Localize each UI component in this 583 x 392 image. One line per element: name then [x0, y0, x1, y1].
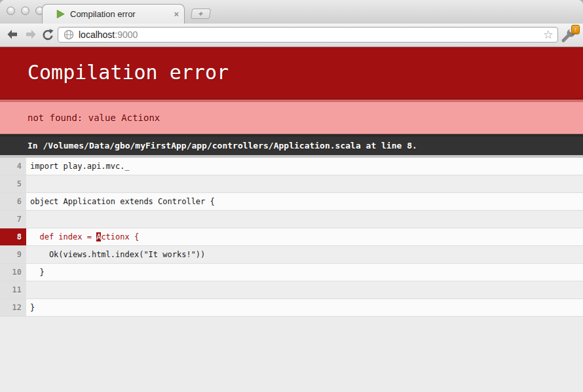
forward-button[interactable] [24, 27, 38, 42]
code-listing: 4import play.api.mvc._56object Applicati… [0, 155, 583, 317]
update-badge-icon: ↑ [571, 25, 580, 34]
line-number: 4 [0, 158, 26, 175]
minimize-window-button[interactable] [21, 7, 29, 15]
tab-title: Compilation error [70, 9, 174, 19]
code-line: 7 [0, 211, 583, 228]
close-window-button[interactable] [7, 7, 15, 15]
line-code: } [26, 264, 583, 281]
code-line: 9 Ok(views.html.index("It works!")) [0, 246, 583, 264]
url-text: localhost:9000 [79, 29, 543, 40]
code-line: 5 [0, 175, 583, 193]
code-line: 11 [0, 281, 583, 299]
line-number: 10 [0, 264, 26, 281]
window-controls [7, 7, 44, 15]
bookmark-star-icon[interactable]: ☆ [543, 29, 554, 41]
line-code: def index = Actionx { [26, 228, 583, 245]
error-detail: not found: value Actionx [0, 99, 583, 134]
back-arrow-icon [5, 27, 20, 42]
line-code: Ok(views.html.index("It works!")) [26, 246, 583, 263]
reload-button[interactable] [41, 27, 55, 42]
line-code [26, 175, 583, 192]
url-port: :9000 [115, 29, 138, 40]
new-tab-button[interactable]: + [191, 9, 211, 19]
back-button[interactable] [5, 27, 20, 42]
address-bar[interactable]: localhost:9000 ☆ [58, 27, 558, 43]
error-location: In /Volumes/Data/gbo/myFirstApp/app/cont… [0, 134, 583, 155]
line-number: 6 [0, 193, 26, 210]
settings-wrench-button[interactable]: ↑ [559, 26, 580, 44]
url-host: localhost [79, 29, 115, 40]
line-code: import play.api.mvc._ [26, 158, 583, 175]
page-title: Compilation error [0, 47, 583, 99]
forward-arrow-icon [24, 27, 38, 42]
reload-icon [41, 27, 55, 42]
line-number: 8 [0, 228, 26, 245]
code-line: 12} [0, 299, 583, 317]
error-page: Compilation error not found: value Actio… [0, 47, 583, 392]
line-code: } [26, 299, 583, 316]
browser-window: Compilation error × + localhost:9000 ☆ [0, 0, 583, 392]
globe-icon [64, 29, 74, 40]
line-code [26, 211, 583, 228]
code-line: 10 } [0, 264, 583, 281]
line-code: object Application extends Controller { [26, 193, 583, 210]
tab-compilation-error[interactable]: Compilation error × [42, 4, 185, 24]
code-line: 6object Application extends Controller { [0, 193, 583, 211]
code-line-error: 8 def index = Actionx { [0, 228, 583, 246]
line-number: 7 [0, 211, 26, 228]
play-favicon-icon [56, 9, 66, 19]
line-code [26, 281, 583, 298]
titlebar[interactable]: Compilation error × + [0, 0, 583, 24]
code-line: 4import play.api.mvc._ [0, 158, 583, 175]
plus-icon: + [198, 9, 204, 18]
line-number: 9 [0, 246, 26, 263]
line-number: 5 [0, 175, 26, 192]
line-number: 11 [0, 281, 26, 298]
tab-close-icon[interactable]: × [174, 10, 179, 18]
line-number: 12 [0, 299, 26, 316]
